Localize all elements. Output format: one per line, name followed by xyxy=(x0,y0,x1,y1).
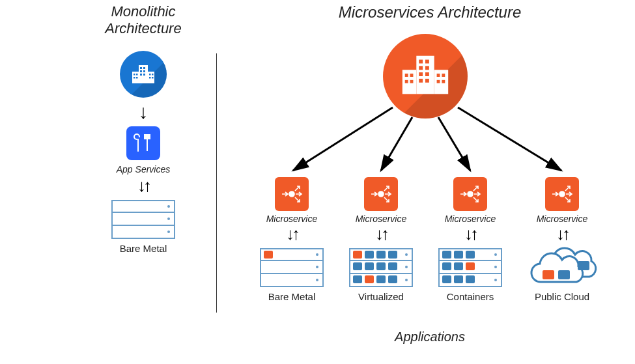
svg-rect-24 xyxy=(425,66,429,70)
arrow-bidirectional-icon: ↓↑ xyxy=(375,227,387,242)
svg-rect-20 xyxy=(434,70,449,94)
deploy-label: Containers xyxy=(447,291,494,302)
svg-rect-6 xyxy=(143,70,145,72)
microservice-label: Microservice xyxy=(537,214,588,224)
svg-line-37 xyxy=(293,107,393,171)
microservice-label: Microservice xyxy=(266,214,318,224)
svg-rect-9 xyxy=(134,74,135,76)
svg-rect-21 xyxy=(419,60,423,64)
svg-rect-26 xyxy=(425,72,429,76)
load-balancer-icon xyxy=(369,182,393,206)
svg-point-42 xyxy=(378,191,384,197)
svg-rect-5 xyxy=(140,70,142,72)
svg-rect-17 xyxy=(145,135,150,139)
load-balancer-icon xyxy=(458,182,483,206)
containers-stack xyxy=(438,248,502,287)
svg-rect-46 xyxy=(558,270,570,279)
svg-rect-7 xyxy=(140,74,142,76)
virtualized-stack xyxy=(349,248,413,287)
svg-rect-15 xyxy=(149,77,151,79)
svg-rect-28 xyxy=(425,79,429,83)
arrow-bidirectional-icon: ↓↑ xyxy=(556,227,568,242)
microservice-column-containers: Microservice ↓↑ Containers xyxy=(428,177,513,302)
deploy-label: Virtualized xyxy=(358,291,404,302)
public-cloud xyxy=(523,245,601,288)
bare-metal-stack xyxy=(260,248,324,287)
svg-rect-23 xyxy=(419,66,423,70)
svg-line-40 xyxy=(458,107,561,171)
deploy-label: Bare Metal xyxy=(268,291,316,302)
svg-rect-47 xyxy=(578,261,589,270)
svg-rect-36 xyxy=(442,80,445,83)
svg-rect-30 xyxy=(410,74,414,77)
title-line1: Monolithic xyxy=(111,3,175,20)
app-services-box xyxy=(126,126,160,160)
svg-rect-31 xyxy=(405,80,408,83)
buildings-icon xyxy=(129,60,158,89)
arrow-bidirectional-icon: ↓↑ xyxy=(137,178,149,193)
svg-rect-35 xyxy=(437,80,440,83)
svg-rect-16 xyxy=(152,77,154,79)
svg-rect-29 xyxy=(405,74,408,77)
microservice-box xyxy=(364,177,398,211)
svg-rect-4 xyxy=(143,67,145,69)
load-balancer-icon xyxy=(279,182,304,206)
microservice-box xyxy=(275,177,309,211)
svg-rect-25 xyxy=(419,72,423,76)
microservice-box xyxy=(545,177,579,211)
vertical-divider xyxy=(216,53,217,313)
svg-rect-12 xyxy=(136,77,138,79)
title-line2: Architecture xyxy=(105,20,181,36)
svg-rect-34 xyxy=(442,74,445,77)
svg-rect-14 xyxy=(152,74,154,76)
svg-line-38 xyxy=(381,117,412,171)
microservice-column-public-cloud: Microservice ↓↑ Public Cloud xyxy=(520,177,604,302)
svg-point-43 xyxy=(468,191,473,197)
monolithic-title: Monolithic Architecture xyxy=(105,3,181,38)
microservice-label: Microservice xyxy=(356,214,407,224)
svg-rect-10 xyxy=(136,74,138,76)
microservice-column-virtualized: Microservice ↓↑ Virtualized xyxy=(339,177,423,302)
svg-rect-13 xyxy=(149,74,151,76)
load-balancer-icon xyxy=(550,182,574,206)
svg-rect-45 xyxy=(543,270,554,279)
svg-rect-11 xyxy=(134,77,135,79)
svg-line-39 xyxy=(438,117,470,171)
microservice-label: Microservice xyxy=(445,214,496,224)
svg-rect-19 xyxy=(402,70,417,94)
svg-rect-33 xyxy=(437,74,440,77)
arrow-bidirectional-icon: ↓↑ xyxy=(464,227,476,242)
arrow-down-icon: ↓ xyxy=(139,104,148,120)
microservice-column-bare-metal: Microservice ↓↑ Bare Metal xyxy=(249,177,334,302)
deploy-label: Public Cloud xyxy=(535,291,589,302)
microservice-box xyxy=(453,177,487,211)
microservices-panel: Microservices Architecture xyxy=(228,0,632,22)
svg-point-41 xyxy=(289,191,294,197)
cloud-icon xyxy=(523,245,601,288)
svg-rect-27 xyxy=(419,79,423,83)
svg-rect-22 xyxy=(425,60,429,64)
applications-label: Applications xyxy=(228,329,632,344)
monolithic-app-circle xyxy=(120,51,167,98)
svg-rect-32 xyxy=(410,80,414,83)
arrow-bidirectional-icon: ↓↑ xyxy=(286,227,298,242)
monolithic-column: Monolithic Architecture ↓ xyxy=(78,0,208,254)
bare-metal-label: Bare Metal xyxy=(120,243,167,254)
svg-rect-8 xyxy=(143,74,145,76)
svg-rect-3 xyxy=(140,67,142,69)
buildings-icon xyxy=(397,48,453,104)
app-services-label: App Services xyxy=(117,164,170,175)
wrench-hammer-icon xyxy=(132,132,155,155)
svg-point-44 xyxy=(559,191,565,197)
bare-metal-stack xyxy=(111,200,175,239)
